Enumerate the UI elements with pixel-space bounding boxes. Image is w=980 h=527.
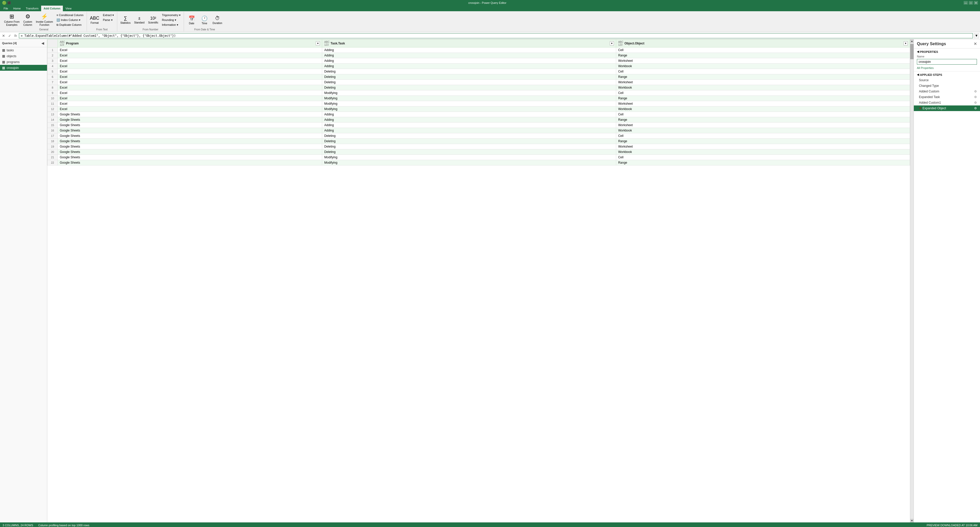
sidebar-collapse-button[interactable]: ◀ xyxy=(40,41,45,46)
sidebar-item-crossjoin[interactable]: ▦ crossjoin xyxy=(0,65,47,71)
information-button[interactable]: Information ▾ xyxy=(161,22,182,27)
sidebar-header: Queries [4] ◀ xyxy=(0,39,47,47)
table-row[interactable]: 9 Excel Modifying Cell xyxy=(48,90,910,96)
format-button[interactable]: ABC Format xyxy=(88,12,101,28)
object-cell: Cell xyxy=(616,133,910,139)
task-cell: Modifying xyxy=(322,96,616,101)
program-filter-button[interactable]: ▼ xyxy=(316,41,320,46)
table-row[interactable]: 17 Google Sheets Deleting Cell xyxy=(48,133,910,139)
step-gear-icon[interactable]: ⚙ xyxy=(974,95,977,99)
object-cell: Range xyxy=(616,139,910,144)
invoke-custom-function-button[interactable]: ⚡ Invoke CustomFunction xyxy=(35,12,55,28)
duplicate-column-button[interactable]: ⧉ Duplicate Column xyxy=(55,22,85,27)
tab-transform[interactable]: Transform xyxy=(23,6,41,11)
step-delete-icon[interactable]: ✕ xyxy=(919,106,921,110)
task-column-header[interactable]: ABC123 Task.Task ▼ xyxy=(322,40,616,48)
table-row[interactable]: 20 Google Sheets Deleting Workbook xyxy=(48,149,910,155)
table-row[interactable]: 8 Excel Deleting Workbook xyxy=(48,85,910,90)
scroll-track[interactable] xyxy=(910,43,914,519)
close-button[interactable]: ✕ xyxy=(974,1,978,5)
program-cell: Google Sheets xyxy=(58,128,322,133)
object-column-header[interactable]: ABC123 Object.Object ▼ xyxy=(616,40,910,48)
table-row[interactable]: 13 Google Sheets Adding Cell xyxy=(48,112,910,117)
step-label: Changed Type xyxy=(919,84,977,87)
applied-step[interactable]: Added Custom1⚙ xyxy=(914,100,980,105)
time-button[interactable]: 🕐 Time xyxy=(198,12,210,28)
standard-button[interactable]: ± Standard xyxy=(133,12,146,28)
tab-file[interactable]: File xyxy=(1,6,11,11)
queries-sidebar: Queries [4] ◀ ▦ tasks ▦ objects ▦ progra… xyxy=(0,39,47,522)
tab-home[interactable]: Home xyxy=(11,6,23,11)
task-cell: Deleting xyxy=(322,139,616,144)
index-column-button[interactable]: 🔢 Index Column ▾ xyxy=(55,17,85,22)
table-row[interactable]: 21 Google Sheets Modifying Cell xyxy=(48,155,910,160)
program-cell: Excel xyxy=(58,53,322,58)
applied-step[interactable]: Expanded Task⚙ xyxy=(914,94,980,100)
table-row[interactable]: 14 Google Sheets Adding Range xyxy=(48,117,910,122)
extract-button[interactable]: Extract ▾ xyxy=(102,13,116,17)
object-filter-button[interactable]: ▼ xyxy=(904,41,908,46)
object-cell: Workbook xyxy=(616,128,910,133)
scroll-down-button[interactable]: ▼ xyxy=(910,519,914,522)
table-row[interactable]: 15 Google Sheets Adding Worksheet xyxy=(48,122,910,128)
minimize-button[interactable]: — xyxy=(964,1,968,5)
step-gear-icon[interactable]: ⚙ xyxy=(974,106,977,110)
tab-view[interactable]: View xyxy=(63,6,74,11)
program-cell: Excel xyxy=(58,48,322,53)
table-row[interactable]: 11 Excel Modifying Worksheet xyxy=(48,101,910,106)
scroll-up-button[interactable]: ▲ xyxy=(910,39,914,43)
table-row[interactable]: 4 Excel Adding Workbook xyxy=(48,63,910,69)
conditional-column-button[interactable]: ≡ Conditional Column xyxy=(55,13,85,17)
status-left: 3 COLUMNS, 24 ROWS Column profiling base… xyxy=(3,524,89,527)
table-row[interactable]: 16 Google Sheets Adding Workbook xyxy=(48,128,910,133)
formula-expand-button[interactable]: ▼ xyxy=(974,33,979,38)
parse-button[interactable]: Parse ▾ xyxy=(102,17,116,22)
scientific-button[interactable]: 10² Scientific xyxy=(146,12,160,28)
task-cell: Modifying xyxy=(322,155,616,160)
table-row[interactable]: 19 Google Sheets Deleting Worksheet xyxy=(48,144,910,149)
formula-input[interactable] xyxy=(19,33,973,38)
vertical-scrollbar[interactable]: ▲ ▼ xyxy=(910,39,913,522)
trigonometry-button[interactable]: Trigonometry ▾ xyxy=(161,13,182,17)
rounding-button[interactable]: Rounding ▾ xyxy=(161,17,182,22)
table-row[interactable]: 5 Excel Deleting Cell xyxy=(48,69,910,74)
sidebar-item-tasks[interactable]: ▦ tasks xyxy=(0,47,47,53)
applied-step[interactable]: Source xyxy=(914,77,980,83)
task-cell: Deleting xyxy=(322,144,616,149)
formula-confirm-button[interactable]: ✓ xyxy=(7,33,12,38)
table-row[interactable]: 3 Excel Adding Worksheet xyxy=(48,58,910,63)
all-properties-link[interactable]: All Properties xyxy=(917,67,934,70)
table-row[interactable]: 10 Excel Modifying Range xyxy=(48,96,910,101)
step-gear-icon[interactable]: ⚙ xyxy=(974,90,977,93)
step-gear-icon[interactable]: ⚙ xyxy=(974,101,977,105)
table-row[interactable]: 18 Google Sheets Deleting Range xyxy=(48,139,910,144)
data-table-container[interactable]: ABC123 Program ▼ ABC123 Task.Task ▼ xyxy=(47,39,910,522)
maximize-button[interactable]: □ xyxy=(969,1,973,5)
date-button[interactable]: 📅 Date xyxy=(186,12,198,28)
table-row[interactable]: 1 Excel Adding Cell xyxy=(48,48,910,53)
program-column-header[interactable]: ABC123 Program ▼ xyxy=(58,40,322,48)
task-cell: Modifying xyxy=(322,90,616,96)
tab-add-column[interactable]: Add Column xyxy=(41,6,63,11)
sidebar-item-programs[interactable]: ▦ programs xyxy=(0,59,47,65)
applied-step[interactable]: Added Custom⚙ xyxy=(914,89,980,94)
table-row[interactable]: 22 Google Sheets Modifying Range xyxy=(48,160,910,165)
table-row[interactable]: 7 Excel Deleting Worksheet xyxy=(48,80,910,85)
custom-column-button[interactable]: ⚙ CustomColumn xyxy=(22,12,34,28)
properties-arrow-icon: ◀ xyxy=(917,50,919,53)
table-row[interactable]: 12 Excel Modifying Workbook xyxy=(48,106,910,112)
applied-step[interactable]: Changed Type xyxy=(914,83,980,89)
task-filter-button[interactable]: ▼ xyxy=(610,41,614,46)
applied-step[interactable]: ✕Expanded Object⚙ xyxy=(914,105,980,111)
sidebar-item-objects[interactable]: ▦ objects xyxy=(0,53,47,59)
formula-cancel-button[interactable]: ✕ xyxy=(1,33,6,38)
statistics-button[interactable]: ∑ Statistics xyxy=(119,12,132,28)
query-name-input[interactable] xyxy=(917,59,977,65)
query-settings-close-button[interactable]: ✕ xyxy=(974,41,977,46)
duration-button[interactable]: ⏱ Duration xyxy=(211,12,224,28)
ribbon-general-buttons: ⊞ Column FromExamples ⚙ CustomColumn ⚡ I… xyxy=(3,12,85,28)
column-from-examples-button[interactable]: ⊞ Column FromExamples xyxy=(3,12,21,28)
table-row[interactable]: 2 Excel Adding Range xyxy=(48,53,910,58)
scroll-thumb[interactable] xyxy=(910,44,914,59)
table-row[interactable]: 6 Excel Deleting Range xyxy=(48,74,910,80)
